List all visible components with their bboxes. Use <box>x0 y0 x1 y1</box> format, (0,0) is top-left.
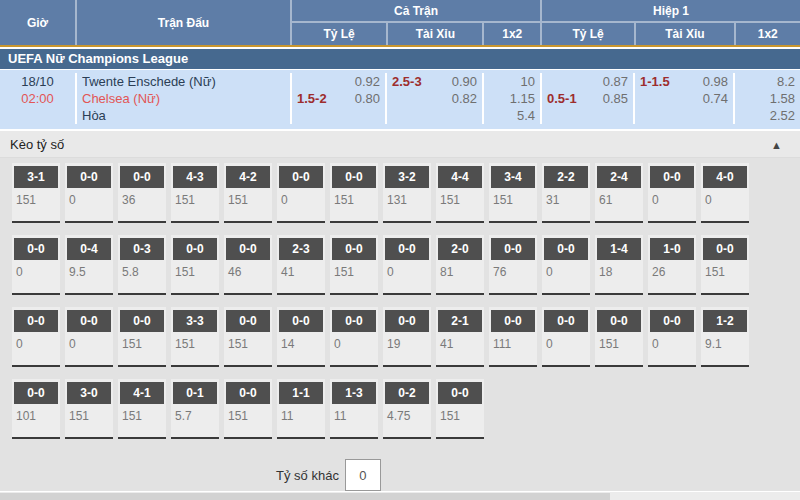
score-option-button[interactable]: 2-3 <box>279 238 323 260</box>
score-cell: 2-141 <box>436 307 484 367</box>
score-odds-value: 151 <box>173 260 217 279</box>
score-option-button[interactable]: 1-4 <box>597 238 641 260</box>
full-over-odds[interactable]: 0.90 <box>452 73 477 90</box>
score-option-button[interactable]: 3-2 <box>385 166 429 188</box>
half-1x2-home-odds[interactable]: 8.2 <box>777 73 795 90</box>
score-option-button[interactable]: 0-0 <box>491 238 535 260</box>
score-option-button[interactable]: 0-0 <box>650 166 694 188</box>
full-time-over-under-column: 2.5-30.90 0.82 <box>385 73 482 124</box>
score-cell: 1-29.1 <box>701 307 749 367</box>
header-group-full-time: Cả Trận Tỷ Lệ Tài Xỉu 1x2 <box>290 0 540 45</box>
score-option-button[interactable]: 0-0 <box>544 238 588 260</box>
score-option-button[interactable]: 0-3 <box>120 238 164 260</box>
score-cell: 2-081 <box>436 235 484 295</box>
half-under-odds[interactable]: 0.74 <box>703 90 728 107</box>
score-option-button[interactable]: 0-0 <box>650 310 694 332</box>
other-score-input[interactable]: 0 <box>345 459 381 491</box>
score-option-button[interactable]: 0-0 <box>279 310 323 332</box>
score-option-button[interactable]: 0-0 <box>14 310 58 332</box>
score-odds-value: 41 <box>438 332 482 351</box>
score-option-button[interactable]: 0-0 <box>332 166 376 188</box>
half-1x2-draw-odds[interactable]: 2.52 <box>770 107 795 124</box>
score-option-button[interactable]: 1-2 <box>703 310 747 332</box>
header-full-over-under: Tài Xỉu <box>386 23 482 45</box>
score-cell: 0-076 <box>489 235 537 295</box>
score-option-button[interactable]: 4-4 <box>438 166 482 188</box>
score-odds-value: 151 <box>120 332 164 351</box>
half-handicap-home-odds[interactable]: 0.87 <box>603 73 628 90</box>
full-1x2-home-odds[interactable]: 10 <box>521 73 535 90</box>
score-option-button[interactable]: 4-2 <box>226 166 270 188</box>
score-option-button[interactable]: 4-1 <box>120 382 164 404</box>
score-option-button[interactable]: 0-0 <box>491 310 535 332</box>
score-option-button[interactable]: 2-2 <box>544 166 588 188</box>
score-option-button[interactable]: 0-0 <box>438 382 482 404</box>
score-option-button[interactable]: 0-0 <box>332 238 376 260</box>
score-cell: 0-35.8 <box>118 235 166 295</box>
score-option-button[interactable]: 3-0 <box>67 382 111 404</box>
score-option-button[interactable]: 1-0 <box>650 238 694 260</box>
score-option-button[interactable]: 0-4 <box>67 238 111 260</box>
score-row: 0-01013-01514-11510-15.70-01511-1111-311… <box>12 379 800 439</box>
collapse-arrow-icon[interactable]: ▲ <box>771 139 790 151</box>
score-option-button[interactable]: 0-1 <box>173 382 217 404</box>
score-option-button[interactable]: 0-0 <box>385 238 429 260</box>
score-option-button[interactable]: 0-0 <box>332 310 376 332</box>
score-option-button[interactable]: 0-0 <box>120 310 164 332</box>
half-over-odds[interactable]: 0.98 <box>703 73 728 90</box>
correct-score-section-bar[interactable]: Kèo tỷ số ▲ <box>0 131 800 158</box>
full-1x2-away-odds[interactable]: 1.15 <box>510 90 535 107</box>
full-under-odds[interactable]: 0.82 <box>452 90 477 107</box>
league-header[interactable]: UEFA Nữ Champions League <box>0 49 800 69</box>
horizontal-scrollbar[interactable] <box>0 491 800 500</box>
score-option-button[interactable]: 0-0 <box>226 382 270 404</box>
score-option-button[interactable]: 0-0 <box>544 310 588 332</box>
full-handicap-away-odds[interactable]: 0.80 <box>355 90 380 107</box>
score-option-button[interactable]: 1-3 <box>332 382 376 404</box>
header-match: Trận Đấu <box>75 0 290 45</box>
score-cell: 4-2151 <box>224 163 272 223</box>
full-1x2-draw-odds[interactable]: 5.4 <box>517 107 535 124</box>
score-option-button[interactable]: 4-3 <box>173 166 217 188</box>
score-option-button[interactable]: 0-0 <box>226 310 270 332</box>
half-handicap-away-odds[interactable]: 0.85 <box>603 90 628 107</box>
score-option-button[interactable]: 3-3 <box>173 310 217 332</box>
score-option-button[interactable]: 0-0 <box>120 166 164 188</box>
score-option-button[interactable]: 3-4 <box>491 166 535 188</box>
score-option-button[interactable]: 3-1 <box>14 166 58 188</box>
score-option-button[interactable]: 0-0 <box>597 310 641 332</box>
score-cell: 0-014 <box>277 307 325 367</box>
score-option-button[interactable]: 0-0 <box>279 166 323 188</box>
score-option-button[interactable]: 0-0 <box>14 238 58 260</box>
score-cell: 0-15.7 <box>171 379 219 439</box>
score-option-button[interactable]: 0-2 <box>385 382 429 404</box>
header-full-1x2: 1x2 <box>482 23 540 45</box>
score-option-button[interactable]: 0-0 <box>226 238 270 260</box>
score-grid-section: 3-11510-000-0364-31514-21510-000-01513-2… <box>0 158 800 491</box>
header-half-1x2: 1x2 <box>734 23 800 45</box>
score-option-button[interactable]: 2-0 <box>438 238 482 260</box>
score-option-button[interactable]: 2-4 <box>597 166 641 188</box>
score-cell: 0-0151 <box>171 235 219 295</box>
score-cell: 0-00 <box>648 307 696 367</box>
horizontal-scrollbar-thumb[interactable] <box>0 493 610 500</box>
score-row: 0-000-000-01513-31510-01510-0140-000-019… <box>12 307 800 367</box>
score-option-button[interactable]: 1-1 <box>279 382 323 404</box>
half-1x2-away-odds[interactable]: 1.58 <box>770 90 795 107</box>
full-time-handicap-column: 0.92 1.5-20.80 <box>290 73 385 124</box>
first-half-handicap-column: 0.87 0.5-10.85 <box>540 73 633 124</box>
score-option-button[interactable]: 0-0 <box>67 166 111 188</box>
score-option-button[interactable]: 0-0 <box>67 310 111 332</box>
score-cell: 0-0151 <box>118 307 166 367</box>
score-option-button[interactable]: 0-0 <box>385 310 429 332</box>
score-option-button[interactable]: 2-1 <box>438 310 482 332</box>
score-odds-value: 151 <box>332 260 376 279</box>
full-handicap-home-odds[interactable]: 0.92 <box>355 73 380 90</box>
score-option-button[interactable]: 4-0 <box>703 166 747 188</box>
score-option-button[interactable]: 0-0 <box>173 238 217 260</box>
score-option-button[interactable]: 0-0 <box>14 382 58 404</box>
score-odds-value: 81 <box>438 260 482 279</box>
score-option-button[interactable]: 0-0 <box>703 238 747 260</box>
score-odds-value: 151 <box>597 332 641 351</box>
score-cell: 1-026 <box>648 235 696 295</box>
